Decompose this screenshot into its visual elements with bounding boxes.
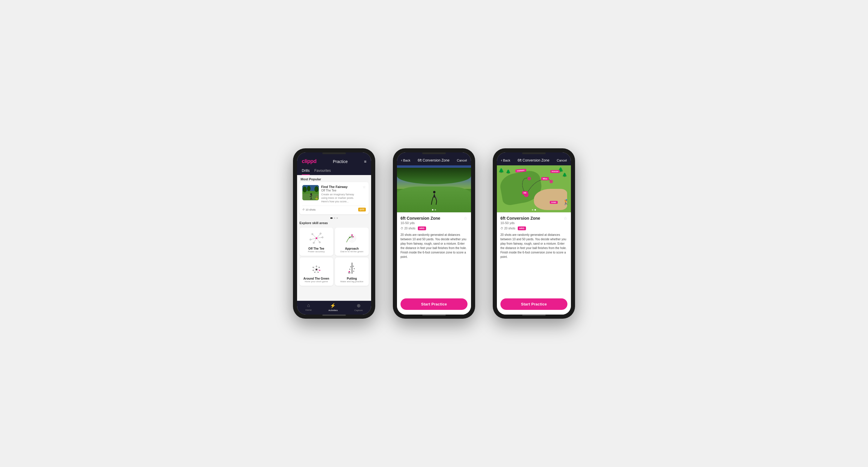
- rough-label: ROUGH: [550, 170, 560, 173]
- svg-point-49: [316, 269, 317, 270]
- svg-point-4: [303, 187, 307, 192]
- drill-description: Create an imaginary fairway using trees …: [321, 193, 360, 203]
- cancel-button-2[interactable]: Cancel: [457, 159, 467, 162]
- skill-desc-ott: Power accuracy: [308, 250, 325, 253]
- svg-line-15: [316, 234, 320, 238]
- phone-3: ‹ Back 6ft Conversion Zone Cancel 🌲 🌲: [493, 148, 575, 319]
- svg-point-56: [352, 266, 354, 267]
- home-icon: ⌂: [307, 303, 310, 308]
- detail-header-3: ‹ Back 6ft Conversion Zone Cancel: [497, 153, 571, 165]
- skill-name-putting: Putting: [347, 277, 357, 280]
- approach-icon: [344, 231, 360, 245]
- phone-2-screen: ‹ Back 6ft Conversion Zone Cancel: [397, 153, 471, 314]
- drill-image-3: 🌲 🌲 🌲 🌲: [497, 165, 571, 212]
- svg-point-6: [314, 186, 318, 192]
- tab-drills[interactable]: Drills: [302, 167, 310, 175]
- capture-icon: ⊕: [357, 303, 361, 308]
- nav-home-label: Home: [305, 309, 311, 311]
- clock-icon-3: ⏱: [500, 227, 503, 230]
- back-button-2[interactable]: ‹ Back: [401, 158, 410, 162]
- svg-point-26: [316, 237, 317, 239]
- img-dot-3-2: [534, 209, 536, 210]
- back-label-2: Back: [403, 159, 410, 162]
- favourite-icon[interactable]: ☆: [363, 185, 366, 189]
- back-arrow-2: ‹: [401, 158, 402, 162]
- explore-label: Explore skill areas: [300, 220, 369, 227]
- skill-desc-putting: Make and lag practice: [340, 280, 363, 283]
- drill-thumbnail: [302, 185, 319, 200]
- phone-1-screen: clippd Practice ≡ Drills Favourites Most…: [297, 153, 371, 314]
- dot-1: [330, 218, 333, 219]
- svg-point-55: [348, 272, 350, 273]
- bottom-area-2: Start Practice: [397, 294, 471, 314]
- miss-label: Miss: [541, 177, 549, 180]
- drill-shots-3: ⏱ 20 shots: [500, 227, 516, 230]
- phone-2: ‹ Back 6ft Conversion Zone Cancel: [393, 148, 475, 319]
- atg-icon-area: [308, 261, 325, 276]
- carousel-dots: [297, 216, 371, 220]
- golfer: [430, 191, 438, 206]
- nav-capture[interactable]: ⊕ Capture: [354, 303, 363, 312]
- bottom-nav: ⌂ Home ⚡ Activities ⊕ Capture: [297, 301, 371, 314]
- img-dot-2: [435, 209, 436, 210]
- svg-point-30: [349, 237, 350, 238]
- drill-tag-3: ARG: [518, 227, 526, 230]
- sand-label: SAND: [550, 201, 558, 204]
- menu-icon[interactable]: ≡: [364, 159, 366, 164]
- drill-title-2: 6ft Conversion Zone: [401, 216, 440, 221]
- drill-title-area-3: 6ft Conversion Zone 10-50 yds: [500, 216, 540, 225]
- drill-tag-2: ARG: [418, 227, 426, 230]
- dot-2: [334, 218, 335, 219]
- putting-icon-area: [343, 261, 361, 276]
- drill-thumb-image: [302, 185, 319, 200]
- golf-course-photo: [397, 165, 471, 212]
- drill-yardage-3: 10-50 yds: [500, 221, 540, 225]
- favourite-icon-2[interactable]: ☆: [464, 216, 467, 221]
- start-practice-button-3[interactable]: Start Practice: [500, 298, 567, 310]
- header-title: Practice: [333, 159, 348, 164]
- skill-grid: Off The Tee Power accuracy: [300, 228, 369, 286]
- svg-point-5: [307, 186, 311, 191]
- cancel-button-3[interactable]: Cancel: [557, 159, 567, 162]
- ott-icon: [308, 231, 325, 245]
- img-dot-1: [432, 209, 433, 210]
- svg-line-17: [316, 237, 322, 238]
- hit-label: Hit: [522, 191, 528, 194]
- skill-card-putting[interactable]: Putting Make and lag practice: [335, 258, 369, 286]
- skill-name-approach: Approach: [345, 247, 359, 250]
- drill-description-3: 20 shots are randomly generated at dista…: [500, 233, 567, 259]
- most-popular-label: Most Popular: [297, 175, 371, 182]
- approach-icon-area: [343, 231, 361, 246]
- drill-image-2: [397, 165, 471, 212]
- drill-meta-2: ⏱ 20 shots ARG: [401, 227, 467, 230]
- featured-drill-card[interactable]: Find The Fairway Off The Tee Create an i…: [300, 182, 369, 214]
- svg-point-61: [550, 180, 553, 183]
- tab-favourites[interactable]: Favourites: [314, 167, 331, 175]
- drill-content-3: 6ft Conversion Zone 10-50 yds ☆ ⏱ 20 sho…: [497, 212, 571, 294]
- screen-title-2: 6ft Conversion Zone: [418, 158, 450, 162]
- bottom-area-3: Start Practice: [497, 294, 571, 314]
- drill-header-2: 6ft Conversion Zone 10-50 yds ☆: [401, 216, 467, 225]
- drill-info: Find The Fairway Off The Tee Create an i…: [321, 185, 360, 203]
- nav-activities[interactable]: ⚡ Activities: [329, 303, 338, 312]
- skill-name-atg: Around The Green: [304, 277, 330, 280]
- app-header: clippd Practice ≡: [297, 153, 371, 167]
- nav-home[interactable]: ⌂ Home: [305, 303, 311, 312]
- drill-tag: OTT: [358, 208, 366, 211]
- drill-meta: ⏱ 10 shots OTT: [302, 206, 366, 211]
- phone-3-screen: ‹ Back 6ft Conversion Zone Cancel 🌲 🌲: [497, 153, 571, 314]
- skill-card-atg[interactable]: Around The Green Hone your short game: [300, 258, 333, 286]
- explore-section: Explore skill areas: [297, 220, 371, 288]
- drill-content-2: 6ft Conversion Zone 10-50 yds ☆ ⏱ 20 sho…: [397, 212, 471, 294]
- putting-icon: [344, 261, 360, 275]
- favourite-icon-3[interactable]: ☆: [564, 216, 567, 221]
- ball-path-svg: [497, 165, 571, 212]
- skill-card-ott[interactable]: Off The Tee Power accuracy: [300, 228, 333, 256]
- drill-category: Off The Tee: [321, 189, 360, 192]
- clock-icon: ⏱: [302, 208, 305, 211]
- start-practice-button-2[interactable]: Start Practice: [401, 298, 467, 310]
- back-button-3[interactable]: ‹ Back: [501, 158, 510, 162]
- skill-card-approach[interactable]: Approach Dial-in to hit the green: [335, 228, 369, 256]
- drill-title-3: 6ft Conversion Zone: [500, 216, 540, 221]
- drill-header-3: 6ft Conversion Zone 10-50 yds ☆: [500, 216, 567, 225]
